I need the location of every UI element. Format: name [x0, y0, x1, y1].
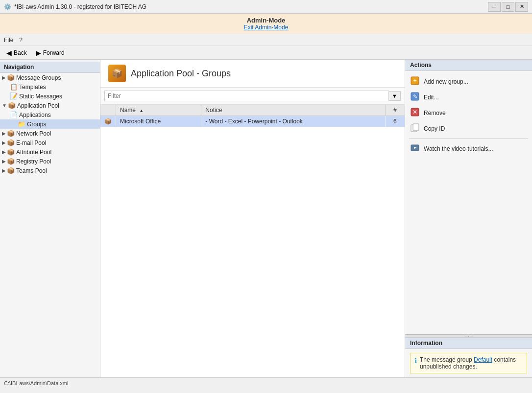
actions-header: Actions — [405, 60, 532, 71]
toolbar: ◀ Back ▶ Forward — [0, 46, 532, 60]
info-body: ℹ The message group Default contains unp… — [410, 353, 527, 373]
svg-text:✎: ✎ — [413, 93, 417, 99]
expand-arrow: ▶ — [2, 75, 6, 80]
sidebar-item-network-pool[interactable]: ▶ 📦 Network Pool — [0, 129, 100, 138]
message-groups-icon: 📦 — [7, 74, 15, 81]
col-count-header[interactable]: # — [385, 105, 405, 116]
remove-icon: ✕ — [410, 108, 420, 118]
teams-pool-icon: 📦 — [7, 167, 15, 174]
copy-id-button[interactable]: Copy ID — [405, 121, 532, 137]
info-message-prefix: The message group — [420, 356, 474, 363]
table-row[interactable]: 📦 Microsoft Office - Word - Excel - Powe… — [100, 116, 405, 127]
network-pool-icon: 📦 — [7, 130, 15, 137]
add-new-group-button[interactable]: + Add new group... — [405, 74, 532, 90]
window-controls: ─ □ ✕ — [488, 2, 528, 12]
message-groups-label: Message Groups — [16, 74, 61, 81]
table-container: Name ▲ Notice # 📦 — [100, 105, 405, 377]
sidebar-item-static-messages[interactable]: 📝 Static Messages — [0, 92, 100, 101]
application-pool-label: Application Pool — [17, 102, 59, 109]
content-header-icon: 📦 — [108, 65, 126, 82]
svg-text:✕: ✕ — [412, 109, 417, 116]
sidebar: Navigation ▶ 📦 Message Groups 📋 Template… — [0, 60, 100, 377]
applications-label: Applications — [19, 112, 51, 118]
sidebar-item-groups[interactable]: 📁 Groups — [0, 119, 100, 129]
menu-bar: File ? — [0, 34, 532, 46]
name-column-label: Name — [120, 107, 136, 114]
info-default-link[interactable]: Default — [474, 356, 492, 363]
sidebar-item-teams-pool[interactable]: ▶ 📦 Teams Pool — [0, 166, 100, 175]
static-messages-label: Static Messages — [19, 93, 62, 100]
forward-label: Forward — [43, 49, 65, 56]
remove-button[interactable]: ✕ Remove — [405, 105, 532, 121]
groups-table: Name ▲ Notice # 📦 — [100, 105, 405, 127]
minimize-button[interactable]: ─ — [488, 2, 501, 12]
watch-tutorials-label: Watch the video-tutorials... — [424, 145, 493, 152]
admin-mode-title: Admin-Mode — [3, 17, 529, 24]
sidebar-item-registry-pool[interactable]: ▶ 📦 Registry Pool — [0, 157, 100, 166]
filter-button[interactable]: ▼ — [389, 91, 401, 101]
back-label: Back — [14, 49, 27, 56]
forward-button[interactable]: ▶ Forward — [32, 47, 68, 58]
info-message: The message group Default contains unpub… — [420, 356, 523, 370]
attribute-pool-label: Attribute Pool — [16, 149, 51, 156]
expand-arrow-network: ▶ — [2, 131, 6, 136]
row-count-cell: 6 — [385, 116, 405, 127]
edit-icon: ✎ — [410, 92, 420, 103]
title-bar: ⚙️ *IBI-aws Admin 1.30.0 - registered fo… — [0, 0, 532, 14]
menu-help[interactable]: ? — [19, 37, 23, 44]
expand-arrow-registry: ▶ — [2, 159, 6, 164]
info-icon: ℹ — [414, 357, 417, 365]
sidebar-item-application-pool[interactable]: ▼ 📦 Application Pool — [0, 101, 100, 110]
add-new-group-label: Add new group... — [424, 78, 468, 85]
forward-icon: ▶ — [36, 49, 41, 57]
back-button[interactable]: ◀ Back — [3, 47, 30, 58]
main-layout: Navigation ▶ 📦 Message Groups 📋 Template… — [0, 60, 532, 377]
expand-arrow-attribute: ▶ — [2, 149, 6, 155]
sidebar-item-applications[interactable]: 📄 Applications — [0, 110, 100, 119]
watch-tutorials-button[interactable]: Watch the video-tutorials... — [405, 141, 532, 157]
exit-admin-mode-link[interactable]: Exit Admin-Mode — [244, 24, 289, 31]
network-pool-label: Network Pool — [16, 130, 51, 137]
status-bar: C:\IBI-aws\Admin\Data.xml — [0, 377, 532, 388]
groups-icon: 📁 — [18, 120, 25, 128]
sidebar-item-email-pool[interactable]: ▶ 📦 E-mail Pool — [0, 138, 100, 147]
row-notice-cell: - Word - Excel - Powerpoint - Outlook — [201, 116, 385, 127]
menu-file[interactable]: File — [4, 37, 13, 44]
edit-label: Edit... — [424, 94, 439, 101]
application-pool-icon: 📦 — [8, 102, 16, 109]
filter-input[interactable] — [104, 91, 389, 101]
sidebar-item-templates[interactable]: 📋 Templates — [0, 82, 100, 92]
sidebar-item-attribute-pool[interactable]: ▶ 📦 Attribute Pool — [0, 147, 100, 157]
edit-button[interactable]: ✎ Edit... — [405, 90, 532, 105]
watch-tutorials-icon — [410, 143, 420, 154]
applications-icon: 📄 — [10, 111, 18, 118]
add-new-group-icon: + — [410, 76, 420, 87]
expand-arrow-app-pool: ▼ — [2, 103, 7, 108]
col-notice-header[interactable]: Notice — [201, 105, 385, 116]
filter-bar: ▼ — [100, 88, 405, 105]
app-pool-icon: 📦 — [112, 68, 122, 79]
copy-id-label: Copy ID — [424, 125, 445, 132]
content-header: 📦 Application Pool - Groups — [100, 60, 405, 88]
admin-banner: Admin-Mode Exit Admin-Mode — [0, 14, 532, 34]
copy-id-icon — [410, 123, 420, 134]
information-panel: Information ℹ The message group Default … — [405, 337, 532, 377]
table-header-row: Name ▲ Notice # — [100, 105, 405, 116]
back-icon: ◀ — [6, 49, 12, 57]
sort-icon: ▲ — [139, 108, 144, 113]
page-title: Application Pool - Groups — [131, 69, 231, 79]
maximize-button[interactable]: □ — [502, 2, 514, 12]
content-area: 📦 Application Pool - Groups ▼ Name ▲ — [100, 60, 405, 377]
groups-label: Groups — [27, 121, 46, 128]
static-messages-icon: 📝 — [10, 92, 18, 100]
remove-label: Remove — [424, 110, 446, 116]
attribute-pool-icon: 📦 — [7, 148, 15, 156]
sidebar-item-message-groups[interactable]: ▶ 📦 Message Groups — [0, 73, 100, 82]
svg-rect-7 — [413, 124, 419, 131]
app-title: *IBI-aws Admin 1.30.0 - registered for I… — [14, 3, 146, 10]
row-icon-cell: 📦 — [100, 116, 116, 127]
close-button[interactable]: ✕ — [515, 2, 528, 12]
row-name-cell: Microsoft Office — [116, 116, 201, 127]
email-pool-label: E-mail Pool — [16, 139, 46, 146]
col-name-header[interactable]: Name ▲ — [116, 105, 201, 116]
